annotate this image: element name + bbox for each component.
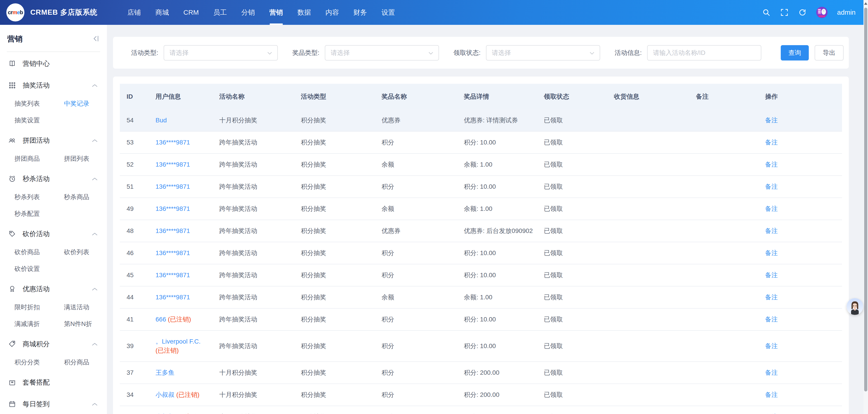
remark-action-link[interactable]: 备注 — [765, 294, 778, 301]
user-link[interactable]: 136****9871 — [156, 227, 190, 234]
user-link[interactable]: 136****9871 — [156, 272, 190, 279]
chevron-up-icon[interactable] — [92, 401, 98, 408]
sidebar-item-points[interactable]: 商城积分 — [0, 334, 107, 354]
username-label[interactable]: admin — [837, 8, 856, 16]
submenu-item-group-buy-0[interactable]: 拼团商品 — [14, 150, 64, 167]
sidebar-item-marketing-center[interactable]: 营销中心 — [0, 54, 107, 74]
remark-action-link[interactable]: 备注 — [765, 161, 778, 168]
cell-activity: 十月积分抽奖 — [213, 384, 294, 406]
nav-item-content[interactable]: 内容 — [318, 0, 346, 25]
sidebar-item-package[interactable]: 套餐搭配 — [0, 373, 107, 392]
submenu-item-points-0[interactable]: 积分分类 — [14, 354, 64, 371]
table-card: ID用户信息活动名称活动类型奖品名称奖品详情领取状态收货信息备注操作 54Bud… — [113, 76, 849, 414]
sidebar-item-seckill[interactable]: 秒杀活动 — [0, 169, 107, 189]
search-button[interactable]: 查询 — [781, 45, 809, 61]
sidebar-item-lottery[interactable]: 抽奖活动 — [0, 75, 107, 95]
user-avatar[interactable] — [816, 7, 828, 18]
cell-type: 积分抽奖 — [294, 220, 375, 242]
remark-action-link[interactable]: 备注 — [765, 117, 778, 124]
chevron-up-icon[interactable] — [92, 82, 98, 89]
submenu-item-lottery-0[interactable]: 抽奖列表 — [14, 95, 64, 112]
nav-item-marketing[interactable]: 营销 — [262, 0, 290, 25]
cell-remark — [689, 198, 758, 220]
submenu-item-seckill-2[interactable]: 秒杀配置 — [14, 205, 64, 222]
sidebar-item-group-buy[interactable]: 拼团活动 — [0, 131, 107, 150]
cell-id: 44 — [120, 286, 149, 308]
nav-item-mall[interactable]: 商城 — [148, 0, 176, 25]
column-header-4: 奖品名称 — [375, 84, 457, 109]
page-scrollbar[interactable] — [864, 0, 868, 414]
remark-action-link[interactable]: 备注 — [765, 316, 778, 323]
user-link[interactable]: 136****9871 — [156, 139, 190, 146]
submenu-item-points-1[interactable]: 积分商品 — [64, 354, 107, 371]
nav-item-settings[interactable]: 设置 — [374, 0, 402, 25]
submenu-item-lottery-2[interactable]: 抽奖设置 — [14, 112, 64, 129]
user-link[interactable]: 小叔叔 — [156, 391, 175, 398]
cell-id: 49 — [120, 198, 149, 220]
activity-type-select[interactable]: 请选择 — [164, 45, 278, 61]
submenu-item-bargain-2[interactable]: 砍价设置 — [14, 261, 64, 277]
user-link[interactable]: 136****9871 — [156, 205, 190, 212]
submenu-item-discount-2[interactable]: 满减满折 — [14, 316, 64, 332]
activity-info-input[interactable] — [647, 45, 761, 61]
user-link[interactable]: 王多鱼 — [156, 369, 175, 376]
support-mascot-avatar[interactable] — [846, 298, 863, 315]
user-link[interactable]: 。Liverpool F.C. — [156, 338, 200, 345]
user-link[interactable]: 136****9871 — [156, 249, 190, 256]
sidebar-item-bargain[interactable]: 砍价活动 — [0, 224, 107, 244]
nav-item-crm[interactable]: CRM — [176, 0, 206, 25]
user-link[interactable]: 136****9871 — [156, 294, 190, 301]
remark-action-link[interactable]: 备注 — [765, 249, 778, 256]
remark-action-link[interactable]: 备注 — [765, 391, 778, 398]
nav-item-shop[interactable]: 店铺 — [120, 0, 148, 25]
submenu-item-lottery-1[interactable]: 中奖记录 — [64, 95, 107, 112]
cell-shipping — [607, 331, 689, 361]
remark-action-link[interactable]: 备注 — [765, 272, 778, 279]
receive-status-select[interactable]: 请选择 — [486, 45, 600, 61]
remark-action-link[interactable]: 备注 — [765, 205, 778, 212]
export-button[interactable]: 导出 — [815, 45, 844, 61]
sidebar-item-daily-signin[interactable]: 每日签到 — [0, 394, 107, 414]
nav-item-finance[interactable]: 财务 — [346, 0, 374, 25]
nav-item-staff[interactable]: 员工 — [206, 0, 234, 25]
search-icon[interactable] — [762, 8, 771, 17]
sidebar-item-discount[interactable]: 优惠活动 — [0, 279, 107, 299]
submenu-item-discount-0[interactable]: 限时折扣 — [14, 299, 64, 316]
user-link[interactable]: 666 — [156, 316, 166, 323]
dots-grid-icon — [8, 81, 16, 90]
nav-item-data[interactable]: 数据 — [290, 0, 318, 25]
chevron-up-icon[interactable] — [92, 340, 98, 348]
scrollbar-thumb[interactable] — [864, 8, 867, 391]
chevron-up-icon[interactable] — [92, 137, 98, 144]
cell-user: 136****9871 — [149, 264, 213, 286]
remark-action-link[interactable]: 备注 — [765, 342, 778, 349]
menu-section-group-buy: 拼团活动拼团商品拼团列表 — [0, 131, 107, 167]
calendar-icon — [8, 400, 16, 408]
scrollbar-up-arrow-icon[interactable] — [864, 2, 867, 5]
refresh-icon[interactable] — [798, 8, 807, 17]
nav-item-distribution[interactable]: 分销 — [234, 0, 262, 25]
prize-type-select[interactable]: 请选择 — [325, 45, 439, 61]
chevron-up-icon[interactable] — [92, 285, 98, 292]
filter-group-activity-info: 活动信息: — [615, 45, 761, 61]
remark-action-link[interactable]: 备注 — [765, 369, 778, 376]
submenu-item-discount-1[interactable]: 满送活动 — [64, 299, 107, 316]
submenu-item-group-buy-1[interactable]: 拼团列表 — [64, 150, 107, 167]
remark-action-link[interactable]: 备注 — [765, 227, 778, 234]
cell-status: 已领取 — [537, 361, 607, 384]
fullscreen-icon[interactable] — [780, 8, 789, 17]
submenu-item-seckill-0[interactable]: 秒杀列表 — [14, 189, 64, 205]
submenu-item-bargain-1[interactable]: 砍价列表 — [64, 244, 107, 261]
chevron-up-icon[interactable] — [92, 230, 98, 238]
user-link[interactable]: 136****9871 — [156, 183, 190, 190]
cell-shipping — [607, 242, 689, 264]
submenu-item-seckill-1[interactable]: 秒杀商品 — [64, 189, 107, 205]
submenu-item-discount-3[interactable]: 第N件N折 — [64, 316, 107, 332]
user-link[interactable]: Bud — [156, 117, 167, 124]
submenu-item-bargain-0[interactable]: 砍价商品 — [14, 244, 64, 261]
user-link[interactable]: 136****9871 — [156, 161, 190, 168]
collapse-sidebar-icon[interactable] — [92, 35, 100, 43]
remark-action-link[interactable]: 备注 — [765, 139, 778, 146]
remark-action-link[interactable]: 备注 — [765, 183, 778, 190]
chevron-up-icon[interactable] — [92, 175, 98, 182]
